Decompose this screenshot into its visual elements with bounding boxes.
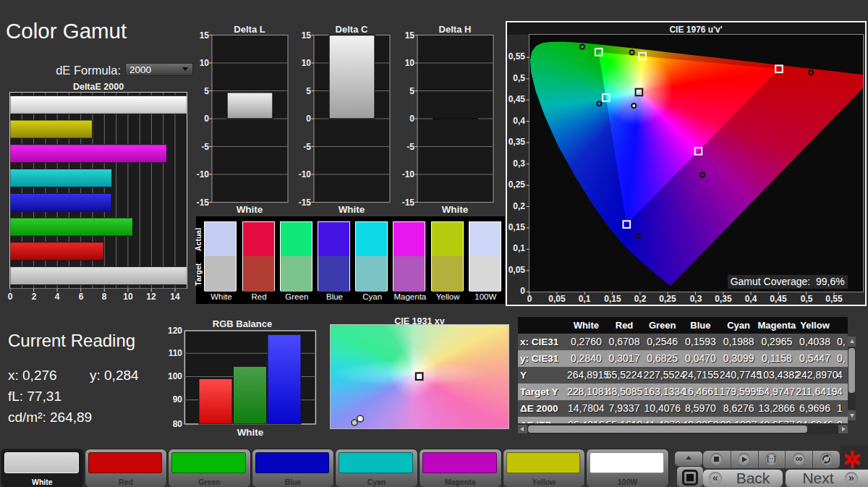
svg-text:-5: -5: [303, 142, 311, 152]
svg-text:-15: -15: [402, 198, 415, 208]
svg-text:5: 5: [204, 86, 209, 96]
svg-text:White: White: [442, 204, 469, 215]
svg-text:80: 80: [173, 419, 183, 429]
svg-text:0: 0: [204, 114, 209, 124]
svg-text:White: White: [237, 427, 264, 438]
svg-text:100: 100: [168, 371, 182, 381]
svg-text:0: 0: [306, 114, 311, 124]
svg-text:White: White: [339, 204, 365, 215]
svg-text:10: 10: [405, 58, 415, 68]
svg-text:15: 15: [200, 30, 210, 41]
svg-text:15: 15: [405, 30, 415, 41]
svg-text:120: 120: [168, 326, 182, 336]
svg-text:Delta H: Delta H: [439, 24, 472, 35]
svg-text:5: 5: [409, 86, 414, 96]
svg-text:-10: -10: [299, 169, 312, 179]
svg-text:-15: -15: [197, 198, 210, 208]
svg-text:10: 10: [200, 58, 210, 68]
svg-text:90: 90: [173, 394, 183, 405]
svg-text:0: 0: [409, 114, 414, 124]
svg-text:15: 15: [302, 30, 312, 41]
svg-text:Delta C: Delta C: [336, 24, 368, 35]
svg-text:-10: -10: [402, 169, 415, 179]
svg-text:-15: -15: [299, 198, 312, 208]
svg-text:-10: -10: [197, 169, 210, 179]
svg-text:White: White: [237, 204, 263, 215]
svg-text:Delta L: Delta L: [234, 24, 265, 35]
svg-text:RGB Balance: RGB Balance: [213, 318, 272, 329]
svg-text:110: 110: [169, 348, 183, 358]
svg-text:-5: -5: [407, 142, 414, 152]
svg-text:5: 5: [306, 86, 311, 96]
svg-text:10: 10: [302, 58, 312, 68]
svg-text:-5: -5: [201, 142, 209, 152]
